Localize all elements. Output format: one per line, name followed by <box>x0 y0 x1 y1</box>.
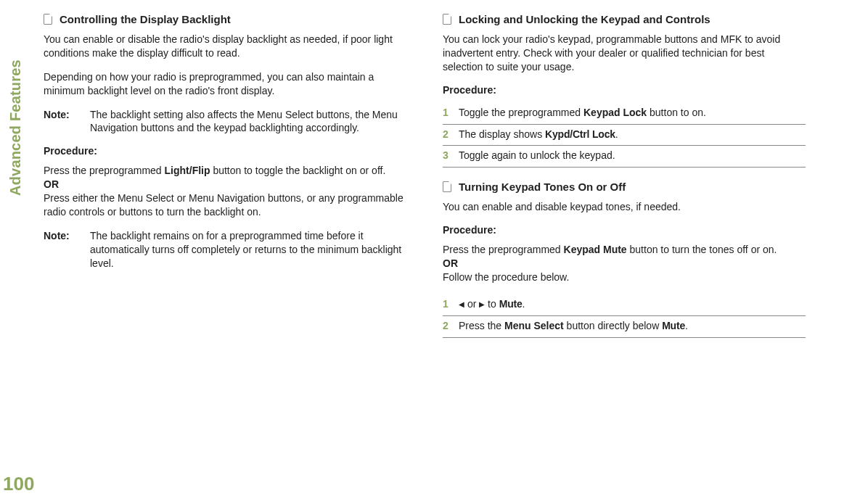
step-number: 2 <box>443 319 459 333</box>
bold-run: Keypad Lock <box>583 107 647 118</box>
page-icon <box>443 181 451 192</box>
note-label: Note: <box>44 108 90 136</box>
step-text: Press the Menu Select button directly be… <box>459 319 688 333</box>
or-label: OR <box>443 257 458 269</box>
procedure-label: Procedure: <box>44 145 406 157</box>
section-title: Locking and Unlocking the Keypad and Con… <box>459 13 710 25</box>
page-icon <box>443 14 451 25</box>
procedure-label: Procedure: <box>443 84 806 96</box>
side-chapter-label: Advanced Features <box>7 59 24 196</box>
display-text: Kypd/Ctrl Lock <box>545 128 615 140</box>
text-run: Press the <box>459 320 504 331</box>
paragraph: Press the preprogrammed Keypad Mute butt… <box>443 243 806 284</box>
left-column: Controlling the Display Backlight You ca… <box>44 13 406 338</box>
paragraph: You can enable and disable keypad tones,… <box>443 200 806 214</box>
text-run: Press the preprogrammed <box>44 165 165 176</box>
right-arrow-icon: ▶ <box>479 299 485 310</box>
section-head-backlight: Controlling the Display Backlight <box>44 13 406 25</box>
bold-run: Menu Select <box>504 320 564 331</box>
section-head-lock: Locking and Unlocking the Keypad and Con… <box>443 13 806 25</box>
page-body: Controlling the Display Backlight You ca… <box>0 0 852 352</box>
step-row: 1 Toggle the preprogrammed Keypad Lock b… <box>443 103 806 125</box>
text-run: Press the preprogrammed <box>443 244 564 255</box>
right-column: Locking and Unlocking the Keypad and Con… <box>443 13 806 338</box>
note-text: The backlight setting also affects the M… <box>90 108 406 136</box>
display-text: Mute <box>499 298 523 310</box>
note-block: Note: The backlight setting also affects… <box>44 108 406 136</box>
section-title: Controlling the Display Backlight <box>60 13 231 25</box>
text-run: Press either the Menu Select or Menu Nav… <box>44 192 404 218</box>
page-number: 100 <box>3 473 34 495</box>
note-block: Note: The backlight remains on for a pre… <box>44 229 406 270</box>
paragraph: You can enable or disable the radio's di… <box>44 33 406 60</box>
text-run: button to turn the tones off or on. <box>627 244 777 255</box>
paragraph: Press the preprogrammed Light/Flip butto… <box>44 164 406 219</box>
paragraph: You can lock your radio's keypad, progra… <box>443 33 806 74</box>
text-run: button to toggle the backlight on or off… <box>210 165 386 176</box>
note-label: Note: <box>44 229 90 270</box>
procedure-label: Procedure: <box>443 224 806 236</box>
step-row: 3 Toggle again to unlock the keypad. <box>443 146 806 168</box>
left-arrow-icon: ◀ <box>459 299 464 310</box>
step-row: 1 ◀ or ▶ to Mute. <box>443 294 806 316</box>
step-row: 2 Press the Menu Select button directly … <box>443 316 806 338</box>
step-text: The display shows Kypd/Ctrl Lock. <box>459 128 618 141</box>
page-icon <box>44 14 52 25</box>
bold-run: Light/Flip <box>165 165 210 176</box>
paragraph: Depending on how your radio is preprogra… <box>44 70 406 98</box>
section-head-tones: Turning Keypad Tones On or Off <box>443 181 806 193</box>
text-run: button to on. <box>647 107 706 118</box>
step-number: 2 <box>443 128 459 141</box>
step-text: Toggle again to unlock the keypad. <box>459 149 615 162</box>
text-run: Follow the procedure below. <box>443 271 569 283</box>
step-number: 3 <box>443 149 459 162</box>
step-number: 1 <box>443 297 459 311</box>
text-run: The display shows <box>459 128 545 140</box>
note-text: The backlight remains on for a preprogra… <box>90 229 406 270</box>
text-run: to <box>485 298 499 310</box>
text-run: . <box>615 128 618 140</box>
text-run: . <box>685 320 688 331</box>
text-run: or <box>464 298 479 310</box>
text-run: Toggle the preprogrammed <box>459 107 583 118</box>
step-row: 2 The display shows Kypd/Ctrl Lock. <box>443 125 806 146</box>
step-text: Toggle the preprogrammed Keypad Lock but… <box>459 106 706 120</box>
section-title: Turning Keypad Tones On or Off <box>459 181 626 193</box>
display-text: Mute <box>662 320 685 331</box>
text-run: button directly below <box>564 320 662 331</box>
bold-run: Keypad Mute <box>564 244 627 255</box>
step-text: ◀ or ▶ to Mute. <box>459 297 525 311</box>
step-number: 1 <box>443 106 459 120</box>
text-run: . <box>523 298 525 310</box>
or-label: OR <box>44 178 59 190</box>
